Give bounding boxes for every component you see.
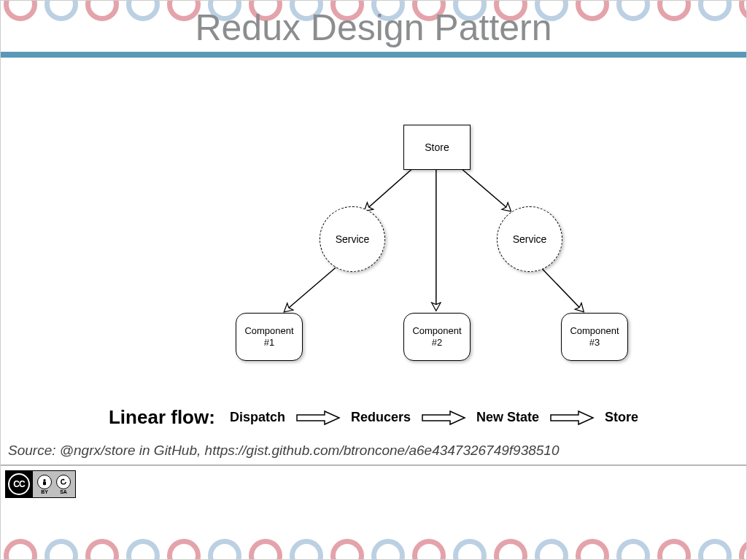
node-component-3: Component#3 (561, 313, 628, 361)
slide-title: Redux Design Pattern (1, 7, 746, 49)
redux-diagram: Store Service Service Component#1 Compon… (1, 125, 746, 394)
divider (1, 464, 746, 466)
linear-flow-label: Linear flow: (109, 406, 215, 429)
flow-step-new-state: New State (476, 410, 539, 425)
svg-point-5 (43, 478, 45, 481)
cc-sa-icon: SA (56, 475, 71, 494)
flow-arrow-icon (549, 410, 595, 426)
decorative-rings-bottom (1, 517, 746, 559)
source-citation: Source: @ngrx/store in GitHub, https://g… (8, 443, 560, 459)
slide: Redux Design Pattern Store Service Servi… (0, 0, 747, 560)
node-store: Store (403, 125, 471, 170)
flow-arrow-icon (421, 410, 466, 426)
svg-line-0 (365, 167, 414, 211)
svg-rect-6 (43, 481, 46, 485)
flow-arrow-icon (295, 410, 341, 426)
node-component-2: Component#2 (403, 313, 471, 361)
cc-by-icon: BY (37, 475, 52, 494)
cc-logo-icon: CC (5, 470, 33, 498)
flow-step-store: Store (605, 410, 638, 425)
svg-line-3 (285, 268, 336, 311)
cc-license-badge: CC BY SA (5, 470, 76, 498)
linear-flow-row: Linear flow: Dispatch Reducers New State… (1, 406, 746, 429)
node-service-2: Service (497, 206, 562, 272)
node-service-1: Service (320, 206, 385, 272)
flow-step-dispatch: Dispatch (230, 410, 285, 425)
accent-bar (1, 52, 746, 58)
svg-line-4 (543, 269, 584, 311)
svg-line-2 (460, 167, 511, 211)
node-component-1: Component#1 (236, 313, 303, 361)
flow-step-reducers: Reducers (351, 410, 411, 425)
